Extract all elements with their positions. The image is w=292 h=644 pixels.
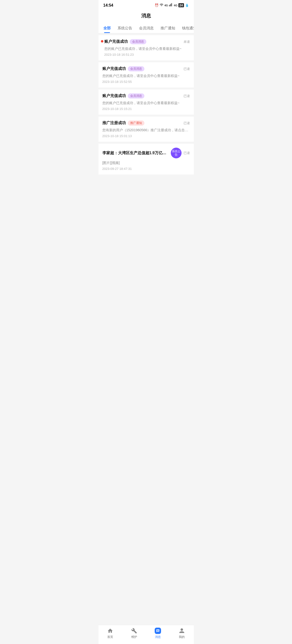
status-bar: 14:54 ⏰ 4G 4G 24 💧 [98,0,194,10]
svg-rect-1 [170,4,170,6]
message-title: 李家超：大湾区生产总值超1.9万亿… [102,150,166,156]
svg-rect-3 [172,3,172,6]
read-status: 已读 [184,94,190,98]
message-title-row: 账户充值成功 会员消息 [104,39,184,44]
message-title: 账户充值成功 [104,39,128,44]
message-tag: 推广通知 [128,120,144,126]
message-item[interactable]: 账户充值成功 会员消息 已读 您的账户已充值成功，请至会员中心查看最新权益~ 2… [98,90,194,114]
sys-message-header: 李家超：大湾区生产总值超1.9万亿… 系统公告 已读 [图片][视频] 2023… [102,148,190,170]
read-status: 已读 [184,121,190,126]
message-time: 2023-10-18 16:51:23 [104,53,190,56]
page-header: 消息 [98,10,194,23]
message-body: 您的账户已充值成功，请至会员中心查看最新权益~ [102,100,190,106]
system-tag: 系统公告 [171,148,182,158]
message-time: 2023-10-18 15:52:55 [102,80,190,84]
message-header: 推广注册成功 推广通知 已读 [102,120,190,126]
message-tag: 会员消息 [130,39,146,44]
message-title-row: 账户充值成功 会员消息 [102,93,184,98]
wifi-icon [160,3,164,8]
read-status: 已读 [184,151,190,155]
message-header: 账户充值成功 会员消息 已读 [102,66,190,71]
message-header: 账户充值成功 会员消息 未读 [104,39,190,44]
message-title-row: 账户充值成功 会员消息 [102,66,184,71]
message-body: 您有新的用户（15201960566）推广注册成功，请点击… [102,128,190,133]
message-list: 账户充值成功 会员消息 未读 您的账户已充值成功，请至会员中心查看最新权益~ 2… [98,35,194,174]
read-status: 未读 [184,40,190,44]
message-title: 账户充值成功 [102,93,126,98]
tab-navigation: 全部 系统公告 会员消息 推广通知 钱包通知 [98,23,194,33]
signal-bars [169,3,173,8]
drop-icon: 💧 [185,4,189,7]
tab-promo[interactable]: 推广通知 [160,23,176,33]
message-tag: 会员消息 [128,66,144,71]
message-item[interactable]: 李家超：大湾区生产总值超1.9万亿… 系统公告 已读 [图片][视频] 2023… [98,144,194,174]
message-title: 推广注册成功 [102,120,126,126]
sys-title-row: 李家超：大湾区生产总值超1.9万亿… 系统公告 已读 [102,148,190,158]
tab-all[interactable]: 全部 [102,23,112,33]
signal-4g-2: 4G [174,4,178,7]
page-title: 消息 [98,12,194,19]
tab-member[interactable]: 会员消息 [138,23,155,33]
message-time: 2023-09-27 18:47:31 [102,167,190,170]
message-title: 账户充值成功 [102,66,126,71]
svg-rect-0 [169,5,170,6]
signal-4g-1: 4G [164,4,168,7]
svg-rect-2 [171,4,171,6]
message-time: 2023-10-18 15:01:13 [102,134,190,138]
message-item[interactable]: 账户充值成功 会员消息 未读 您的账户已充值成功，请至会员中心查看最新权益~ 2… [98,35,194,60]
message-body: 您的账户已充值成功，请至会员中心查看最新权益~ [104,46,190,51]
message-time: 2023-10-18 15:15:21 [102,107,190,111]
tab-system[interactable]: 系统公告 [116,23,133,33]
alarm-icon: ⏰ [155,4,158,7]
message-body: 您的账户已充值成功，请至会员中心查看最新权益~ [102,73,190,78]
status-time: 14:54 [103,3,114,8]
tab-wallet[interactable]: 钱包通知 [181,23,194,33]
status-icons: ⏰ 4G 4G 24 💧 [155,3,189,8]
read-status: 已读 [184,67,190,71]
message-tag: 会员消息 [128,93,144,98]
message-title-row: 推广注册成功 推广通知 [102,120,184,126]
sys-content: 李家超：大湾区生产总值超1.9万亿… 系统公告 已读 [图片][视频] 2023… [102,148,190,170]
message-header: 账户充值成功 会员消息 已读 [102,93,190,98]
battery-indicator: 24 [178,3,184,7]
unread-dot [101,40,103,42]
message-item[interactable]: 推广注册成功 推广通知 已读 您有新的用户（15201960566）推广注册成功… [98,116,194,142]
message-body: [图片][视频] [102,160,190,166]
message-item[interactable]: 账户充值成功 会员消息 已读 您的账户已充值成功，请至会员中心查看最新权益~ 2… [98,62,194,88]
